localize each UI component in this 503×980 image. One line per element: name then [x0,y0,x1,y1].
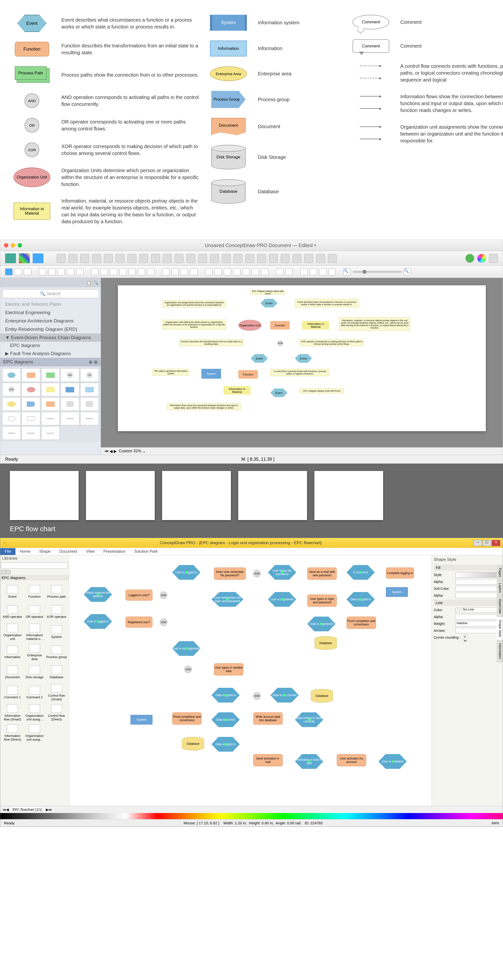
zoom-out-icon[interactable]: 🔍 [343,268,351,275]
arrows-select[interactable] [455,628,497,633]
canvas-note[interactable]: EPC Diagram always starts with Event [250,290,285,295]
shape-item[interactable]: System [46,622,67,642]
ribbon-tab-view[interactable]: View [82,548,99,555]
ribbon-tab-shape[interactable]: Shape [35,548,55,555]
lib-tool-icon[interactable] [6,570,11,574]
toolbar-icon[interactable] [139,254,148,263]
toolbar-icon[interactable] [328,254,337,263]
ribbon-tab-solution-park[interactable]: Solution Park [130,548,162,555]
canvas-note[interactable]: EPC Diagram always ends with Event [300,388,344,393]
node-function[interactable]: Proof completion and correctness [172,712,202,725]
lib-icon[interactable]: ⊕ [89,360,92,364]
toolbar-icon[interactable] [489,254,498,263]
node-function[interactable]: Write account data into database [253,712,283,725]
canvas-info[interactable]: Information or Material [223,386,250,395]
shape-document[interactable] [41,397,60,411]
node-system[interactable]: System [386,587,408,597]
search-input[interactable]: 🔍 Search [2,289,99,298]
toolbar-icon[interactable] [293,254,301,263]
canvas-note[interactable]: Function describes the transformations f… [179,339,243,346]
shape-database[interactable] [80,397,99,411]
node-function[interactable]: Does user remember his password? [214,568,246,580]
tree-sub-item[interactable]: EPC diagrams [0,342,101,349]
toolbar-icon[interactable] [19,253,30,263]
toolbar-icon[interactable] [198,254,207,263]
tool-icon[interactable] [48,268,56,275]
node-database[interactable]: Database [311,689,333,703]
toolbar-icon[interactable] [222,254,231,263]
shape-item[interactable]: OR operator [24,602,45,622]
canvas-note[interactable]: A control flow connects events with func… [270,369,329,376]
tool-icon[interactable] [276,268,283,275]
tool-icon[interactable] [110,268,117,275]
canvas-note[interactable]: XOR operator corresponds to making decis… [300,339,363,346]
ribbon-tab-home[interactable]: Home [16,548,35,555]
toolbar-icon[interactable] [281,254,290,263]
tool-icon[interactable] [233,268,240,275]
node-event[interactable]: Data is correct [212,712,240,727]
node-event[interactable]: User is registered [268,592,296,607]
shape-connector[interactable] [41,412,60,425]
node-event[interactable]: E-mail sent [347,565,375,580]
tool-icon[interactable] [190,268,197,275]
tree-item[interactable]: Enterprise Architecture Diagrams [0,317,101,325]
node-xor[interactable]: XOR [160,619,167,626]
node-event[interactable]: User is not registered [172,641,201,656]
toolbar-icon[interactable] [245,254,254,263]
tree-item[interactable]: ▶ Fault Tree Analysis Diagrams [0,349,101,358]
ribbon-tab-presentation[interactable]: Presentation [99,548,130,555]
tool-icon[interactable] [91,268,99,275]
tree-item[interactable]: Electrical Engineering [0,309,101,317]
canvas-document[interactable]: EPC Diagram always starts with Event Org… [118,285,485,431]
minimize-button[interactable]: ─ [474,540,482,546]
tool-icon[interactable] [261,268,269,275]
node-event[interactable]: User is registered [307,617,336,631]
tool-icon[interactable] [147,268,154,275]
shape-connector[interactable] [41,426,60,440]
color-picker-icon[interactable] [477,254,486,263]
node-function[interactable]: Complete logging in [386,568,414,579]
toolbar-icon[interactable] [104,254,113,263]
toolbar-icon[interactable] [57,254,65,263]
nav-icon[interactable]: ▶ [114,449,117,453]
node-function[interactable]: Registered user? [126,617,153,628]
minimize-button[interactable] [11,243,15,248]
color-swatch[interactable] [455,608,460,612]
tool-icon[interactable] [172,268,179,275]
shape-connector[interactable] [80,412,99,425]
shape-connector[interactable] [60,412,79,425]
canvas-xor[interactable]: XOR [277,340,283,346]
toolbar-icon[interactable] [316,254,325,263]
shape-item[interactable]: Function [24,582,45,601]
tool-icon[interactable] [215,268,222,275]
color2-select[interactable] [455,586,497,591]
shape-item[interactable]: Process group [46,643,67,662]
vtab-hypernote[interactable]: Hypernote [497,596,503,617]
toolbar-icon[interactable] [175,254,183,263]
node-event[interactable]: User is logged in [84,614,112,629]
node-xor[interactable]: XOR [185,666,192,673]
tree-item-selected[interactable]: ▼ Event-Driven Process Chain Diagrams [0,334,101,342]
shape-comment2[interactable] [22,412,40,425]
canvas-note[interactable]: Information, material, or resource objec… [339,317,410,331]
toolbar-icon[interactable] [304,254,313,263]
style-select[interactable] [455,572,497,578]
node-function[interactable]: User types in login and password [307,595,337,607]
tool-icon[interactable] [162,268,169,275]
node-function[interactable]: Proof completion and correctness [347,617,376,629]
toolbar-icon[interactable] [5,253,16,263]
shape-information[interactable] [80,383,99,396]
toolbar-icon[interactable] [127,254,136,263]
canvas-system[interactable]: System [201,369,221,379]
tool-icon[interactable] [252,268,259,275]
maximize-button[interactable] [18,243,22,248]
status-zoom[interactable]: 64% [492,821,499,825]
shape-item[interactable]: Control flow (Smart) [46,682,67,702]
shape-org-unit[interactable] [22,383,40,396]
shape-process-group[interactable] [22,397,40,411]
search-icon[interactable]: 🔍 [93,280,98,285]
tree-item[interactable]: Electric and Telecom Plans [0,300,101,309]
thumbnail[interactable] [10,471,79,520]
tool-icon[interactable] [39,268,46,275]
shape-item[interactable]: Enterprise area [24,643,45,662]
